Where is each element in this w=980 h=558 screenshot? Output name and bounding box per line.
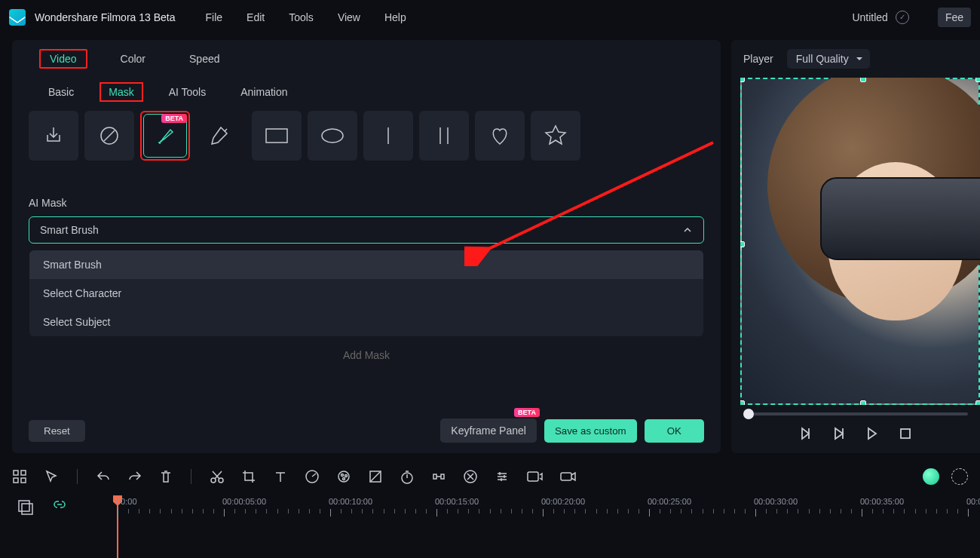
ruler-label: 00:00 (116, 497, 137, 506)
cut-icon[interactable] (210, 469, 225, 484)
ai-mask-label: AI Mask (29, 197, 704, 209)
ruler-label: 00:00:40:00 (966, 497, 980, 506)
play-icon[interactable] (831, 426, 847, 441)
add-mask-button[interactable]: Add Mask (29, 349, 704, 361)
prev-frame-icon[interactable] (798, 426, 813, 441)
menu-edit[interactable]: Edit (247, 11, 265, 23)
svg-rect-6 (21, 471, 26, 475)
svg-rect-4 (901, 429, 910, 438)
svg-rect-5 (14, 471, 18, 475)
mask-pen-icon[interactable] (196, 111, 246, 161)
ruler-label: 00:00:10:00 (329, 497, 372, 506)
ruler-label: 00:00:30:00 (754, 497, 798, 506)
subtab-animation[interactable]: Animation (231, 82, 296, 102)
record-icon[interactable] (559, 469, 577, 484)
cursor-icon[interactable] (44, 469, 59, 484)
menu-tools[interactable]: Tools (289, 11, 314, 23)
crop-icon[interactable] (241, 469, 256, 484)
tab-video[interactable]: Video (39, 49, 87, 69)
layout-icon[interactable] (12, 469, 27, 484)
dropdown-list: Smart Brush Select Character Select Subj… (29, 250, 703, 336)
dropdown-selected-value: Smart Brush (40, 224, 99, 236)
undo-icon[interactable] (96, 469, 111, 484)
subtab-basic[interactable]: Basic (39, 82, 83, 102)
top-tabs: Video Color Speed (39, 49, 704, 69)
mask-double-line-icon[interactable] (419, 111, 469, 161)
mask-brush-icon[interactable]: BETA (140, 111, 190, 161)
cloud-sync-icon[interactable]: ✓ (896, 11, 909, 24)
svg-point-13 (341, 474, 344, 477)
ruler-label: 00:00:35:00 (860, 497, 904, 506)
svg-rect-19 (528, 472, 538, 481)
menu-help[interactable]: Help (384, 11, 406, 23)
panel-footer: Reset BETA Keyframe Panel Save as custom… (29, 418, 704, 443)
ruler-label: 00:00:05:00 (222, 497, 266, 506)
svg-rect-22 (22, 504, 32, 514)
mask-import-icon[interactable] (29, 111, 78, 161)
project-name[interactable]: Untitled (852, 11, 887, 23)
delete-icon[interactable] (159, 469, 173, 484)
redo-icon[interactable] (127, 469, 142, 484)
beta-badge: BETA (161, 114, 187, 123)
sliders-icon[interactable] (495, 469, 510, 484)
svg-rect-20 (561, 473, 571, 480)
player-panel: Player Full Quality (731, 40, 980, 453)
color-icon[interactable] (336, 469, 351, 484)
subtab-mask[interactable]: Mask (100, 82, 142, 102)
ai-mask-dropdown[interactable]: Smart Brush Smart Brush Select Character… (29, 216, 704, 244)
svg-point-15 (343, 478, 345, 480)
ok-button[interactable]: OK (645, 419, 704, 443)
mask-rectangle-icon[interactable] (252, 111, 302, 161)
add-track-icon[interactable] (17, 498, 33, 515)
feedback-button[interactable]: Fee (938, 8, 971, 27)
option-select-subject[interactable]: Select Subject (29, 308, 703, 336)
render-icon[interactable] (951, 468, 968, 485)
menubar: File Edit Tools View Help (206, 11, 406, 23)
clip-selection-box[interactable] (740, 78, 980, 405)
player-label: Player (743, 53, 773, 65)
adjust-icon[interactable] (368, 469, 383, 484)
playback-slider[interactable] (731, 405, 980, 415)
stop-icon[interactable] (898, 426, 913, 441)
mask-none-icon[interactable] (84, 111, 134, 161)
app-logo-icon (9, 9, 26, 26)
next-frame-icon[interactable] (865, 426, 880, 441)
preview-viewport[interactable] (740, 78, 980, 405)
option-smart-brush[interactable]: Smart Brush (29, 250, 703, 279)
option-select-character[interactable]: Select Character (29, 279, 703, 308)
reset-button[interactable]: Reset (29, 420, 85, 442)
timeline-ruler[interactable]: 00:0000:00:05:0000:00:10:0000:00:15:0000… (118, 497, 968, 533)
timeline-toolbar (12, 464, 968, 489)
keyframe-panel-button[interactable]: Keyframe Panel (440, 418, 537, 443)
save-as-custom-button[interactable]: Save as custom (544, 419, 637, 443)
ai-assistant-icon[interactable] (923, 468, 939, 485)
mask-tools-row: BETA (29, 111, 704, 161)
motion-icon[interactable] (463, 469, 478, 484)
text-icon[interactable] (273, 469, 288, 484)
timer-icon[interactable] (400, 469, 415, 484)
tab-speed[interactable]: Speed (179, 49, 230, 69)
mask-single-line-icon[interactable] (363, 111, 413, 161)
speed-ramp-icon[interactable] (305, 469, 320, 484)
quality-dropdown[interactable]: Full Quality (787, 49, 870, 69)
link-icon[interactable] (51, 498, 68, 515)
sub-tabs: Basic Mask AI Tools Animation (39, 82, 704, 102)
menu-view[interactable]: View (338, 11, 360, 23)
chevron-up-icon (682, 225, 693, 235)
subtab-ai-tools[interactable]: AI Tools (160, 82, 216, 102)
svg-rect-21 (19, 501, 29, 511)
mask-star-icon[interactable] (531, 111, 580, 161)
subtitle-icon[interactable] (526, 469, 543, 484)
titlebar: Wondershare Filmora 13 Beta File Edit To… (0, 0, 980, 34)
beta-badge: BETA (514, 408, 540, 417)
ruler-label: 00:00:15:00 (435, 497, 479, 506)
svg-rect-7 (14, 478, 18, 483)
keyframe-tool-icon[interactable] (431, 469, 446, 484)
inspector-panel: Video Color Speed Basic Mask AI Tools An… (12, 40, 721, 453)
svg-rect-1 (266, 129, 287, 143)
mask-ellipse-icon[interactable] (308, 111, 357, 161)
menu-file[interactable]: File (206, 11, 223, 23)
mask-heart-icon[interactable] (475, 111, 525, 161)
timeline-panel: 00:0000:00:05:0000:00:10:0000:00:15:0000… (0, 458, 980, 551)
tab-color[interactable]: Color (110, 49, 156, 69)
